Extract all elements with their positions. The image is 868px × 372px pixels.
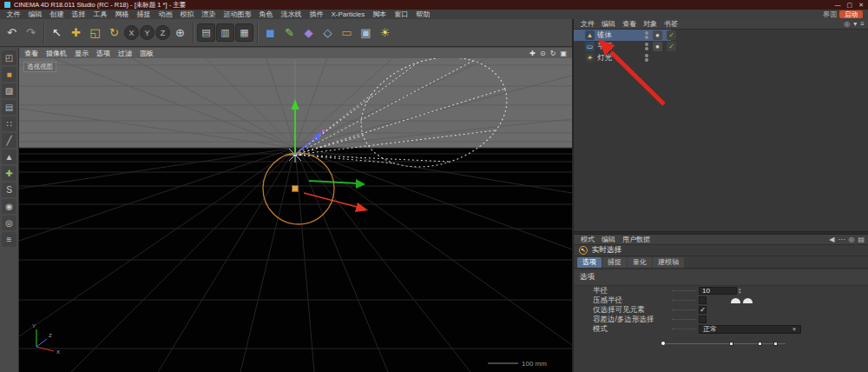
- curve-handle[interactable]: [758, 342, 762, 346]
- object-name[interactable]: 锥体: [597, 30, 637, 41]
- close-button[interactable]: ✕: [858, 2, 864, 9]
- menu-item-create[interactable]: 创建: [46, 10, 68, 19]
- deformer-icon[interactable]: ◇: [319, 23, 337, 42]
- undo-icon[interactable]: ↶: [3, 23, 21, 42]
- minimize-button[interactable]: —: [835, 2, 841, 9]
- menu-item-select[interactable]: 选择: [68, 10, 89, 19]
- rotate-view-icon[interactable]: ↻: [550, 50, 556, 57]
- phong-tag-icon[interactable]: ●: [653, 30, 662, 40]
- am-menu-edit[interactable]: 编辑: [598, 235, 619, 244]
- tab-snap[interactable]: 捕捉: [602, 257, 627, 268]
- am-menu-mode[interactable]: 模式: [577, 235, 598, 244]
- vp-menu-filter[interactable]: 过滤: [118, 49, 132, 58]
- vp-menu-options[interactable]: 选项: [96, 49, 110, 58]
- axis-mode-icon[interactable]: ✚: [2, 166, 16, 181]
- object-name[interactable]: 平面: [597, 42, 637, 52]
- menu-item-window[interactable]: 窗口: [391, 10, 412, 19]
- menu-item-edit[interactable]: 编辑: [24, 10, 46, 19]
- phong-tag-icon[interactable]: ●: [653, 42, 662, 51]
- pressure-radius-checkbox[interactable]: [699, 296, 707, 304]
- pan-view-icon[interactable]: ✚: [529, 50, 536, 57]
- menu-item-snap[interactable]: 捕捉: [133, 10, 155, 19]
- solo-icon[interactable]: ◎: [2, 216, 16, 230]
- menu-item-animate[interactable]: 动画: [155, 10, 176, 19]
- maximize-button[interactable]: ▢: [847, 2, 853, 9]
- edges-mode-icon[interactable]: ╱: [2, 133, 16, 148]
- more-icon[interactable]: ⋯: [838, 236, 845, 243]
- menu-item-tools[interactable]: 工具: [89, 10, 111, 19]
- snap-icon[interactable]: S: [2, 183, 16, 197]
- object-name[interactable]: 灯光: [597, 53, 637, 63]
- zoom-view-icon[interactable]: ⊙: [540, 50, 546, 57]
- redo-icon[interactable]: ↷: [22, 23, 40, 42]
- filter-icon[interactable]: ▾: [853, 20, 857, 28]
- light-tool-icon[interactable]: ☀: [376, 23, 394, 42]
- polygons-mode-icon[interactable]: ▲: [2, 149, 16, 164]
- menu-item-character[interactable]: 角色: [255, 10, 277, 19]
- rotate-icon[interactable]: ↻: [105, 23, 123, 42]
- layout-icon[interactable]: ≡: [860, 20, 865, 28]
- om-menu-view[interactable]: 查看: [619, 19, 640, 29]
- vp-menu-display[interactable]: 显示: [75, 49, 89, 58]
- visibility-dots[interactable]: [645, 43, 648, 50]
- menu-item-script[interactable]: 脚本: [369, 10, 391, 19]
- panel-icon[interactable]: ▤: [858, 236, 865, 243]
- camera-icon[interactable]: ▣: [357, 23, 375, 42]
- spinner-icon[interactable]: ▲▼: [738, 288, 741, 294]
- object-row-cone[interactable]: ▲ 锥体 ● ✓: [574, 30, 868, 41]
- x-axis-lock-button[interactable]: X: [124, 25, 139, 40]
- menu-item-xparticles[interactable]: X-Particles: [327, 10, 369, 18]
- tab-modeling-axis[interactable]: 建模轴: [653, 257, 684, 268]
- check-tag-icon[interactable]: ✓: [667, 42, 676, 51]
- vp-menu-camera[interactable]: 摄像机: [46, 49, 67, 58]
- om-menu-bookmarks[interactable]: 书签: [661, 19, 681, 29]
- radius-input[interactable]: 10: [699, 287, 737, 295]
- menu-item-mograph[interactable]: 运动图形: [220, 10, 255, 19]
- curve-handle[interactable]: [773, 342, 778, 346]
- selection-circle[interactable]: [263, 153, 334, 224]
- coordinate-system-icon[interactable]: ⊕: [171, 23, 189, 42]
- menu-item-mesh[interactable]: 网格: [111, 10, 133, 19]
- render-settings-icon[interactable]: ▦: [235, 23, 253, 42]
- menu-item-simulate[interactable]: 模拟: [176, 10, 198, 19]
- tab-quantize[interactable]: 量化: [628, 257, 652, 268]
- texture-mode-icon[interactable]: ▨: [2, 83, 16, 98]
- search-icon[interactable]: ◎: [848, 236, 854, 243]
- cube-primitive-icon[interactable]: ◼: [261, 23, 279, 42]
- scale-icon[interactable]: ◱: [86, 23, 104, 42]
- subdivision-surface-icon[interactable]: ◆: [299, 23, 318, 42]
- curve-handle[interactable]: [729, 342, 733, 346]
- floor-icon[interactable]: ▭: [338, 23, 356, 42]
- om-menu-file[interactable]: 文件: [577, 19, 598, 29]
- visible-only-checkbox[interactable]: ✓: [699, 306, 707, 314]
- vp-menu-panel[interactable]: 面板: [140, 49, 154, 58]
- menu-item-file[interactable]: 文件: [3, 10, 24, 19]
- am-menu-userdata[interactable]: 用户数据: [619, 235, 654, 244]
- menu-item-render[interactable]: 渲染: [198, 10, 220, 19]
- tab-options[interactable]: 选项: [577, 257, 602, 268]
- z-axis-lock-button[interactable]: Z: [155, 25, 170, 40]
- om-menu-objects[interactable]: 对象: [640, 19, 661, 29]
- y-axis-lock-button[interactable]: Y: [140, 25, 155, 40]
- interface-layout-button[interactable]: 启动: [839, 10, 863, 18]
- object-row-plane[interactable]: ▭ 平面 ● ✓: [574, 41, 868, 52]
- layers-icon[interactable]: ≡: [2, 232, 16, 247]
- maximize-view-icon[interactable]: ▣: [560, 50, 567, 57]
- spline-pen-icon[interactable]: ✎: [280, 23, 299, 42]
- live-selection-icon[interactable]: ↖: [48, 23, 66, 42]
- om-menu-edit[interactable]: 编辑: [598, 19, 619, 29]
- menu-item-help[interactable]: 帮助: [412, 10, 434, 19]
- back-icon[interactable]: ◀: [829, 236, 834, 243]
- render-view-icon[interactable]: ▤: [197, 23, 215, 42]
- lock-icon[interactable]: ◉: [2, 199, 16, 214]
- object-row-light[interactable]: ☀ 灯光: [574, 52, 868, 63]
- render-picture-viewer-icon[interactable]: ▥: [216, 23, 234, 42]
- search-icon[interactable]: ◎: [844, 20, 850, 28]
- viewport-scene[interactable]: Y X Z 100 mm 透视视图: [19, 58, 572, 372]
- vp-menu-view[interactable]: 查看: [24, 49, 38, 58]
- menu-item-plugins[interactable]: 插件: [306, 10, 327, 19]
- mode-dropdown[interactable]: 正常 ▼: [699, 325, 801, 334]
- make-editable-icon[interactable]: ◰: [2, 50, 16, 65]
- menu-item-pipeline[interactable]: 流水线: [277, 10, 306, 19]
- pressure-curve-presets[interactable]: [731, 298, 753, 303]
